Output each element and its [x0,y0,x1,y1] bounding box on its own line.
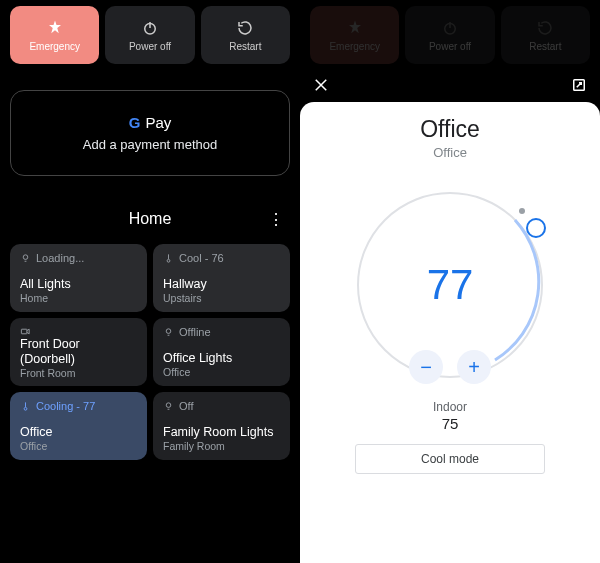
tile-name: All Lights [20,277,137,292]
tile-name: Office [20,425,137,440]
thermostat-sheet: Office Office 77 − + Indoor 75 Cool mode [300,102,600,563]
tile-status: Cooling - 77 [36,400,95,412]
temp-increase-button[interactable]: + [457,350,491,384]
tile-sub: Office [20,440,137,452]
thermometer-icon [163,253,174,264]
tile-name: Hallway [163,277,280,292]
bulb-icon [163,401,174,412]
power-icon [141,19,159,37]
thermostat-detail-panel: Emergency Power off Restart Office Offic… [300,0,600,563]
restart-button-dim: Restart [501,6,590,64]
tile-sub: Family Room [163,440,280,452]
tile-family-room-lights[interactable]: Off Family Room LightsFamily Room [153,392,290,460]
tile-sub: Home [20,292,137,304]
pay-text: Pay [145,114,171,131]
open-external-icon[interactable] [570,76,588,98]
bulb-icon [163,327,174,338]
svg-point-5 [166,328,171,333]
pay-subtitle: Add a payment method [83,137,217,152]
emergency-button-dim: Emergency [310,6,399,64]
svg-rect-4 [21,329,27,334]
svg-point-6 [24,407,27,410]
emergency-label: Emergency [29,41,80,52]
power-row-dim: Emergency Power off Restart [300,0,600,70]
tile-office-thermostat[interactable]: Cooling - 77 OfficeOffice [10,392,147,460]
tile-all-lights[interactable]: Loading... All LightsHome [10,244,147,312]
tile-office-lights[interactable]: Offline Office LightsOffice [153,318,290,386]
emergency-icon [46,19,64,37]
restart-label: Restart [229,41,261,52]
home-header: Home ⋮ [10,210,290,228]
overflow-menu-icon[interactable]: ⋮ [268,210,284,229]
tile-name: Office Lights [163,351,280,366]
tile-sub: Front Room [20,367,137,379]
temp-decrease-button[interactable]: − [409,350,443,384]
tile-sub: Office [163,366,280,378]
tile-status: Loading... [36,252,84,264]
svg-point-2 [23,254,28,259]
power-row: Emergency Power off Restart [10,6,290,64]
thermometer-icon [20,401,31,412]
tile-status: Off [179,400,193,412]
power-off-button[interactable]: Power off [105,6,194,64]
mode-button[interactable]: Cool mode [355,444,545,474]
tile-front-door[interactable]: Front Door (Doorbell)Front Room [10,318,147,386]
camera-icon [20,326,31,337]
thermostat-title: Office [420,116,480,143]
close-icon[interactable] [312,76,330,98]
home-title: Home [129,210,172,228]
restart-button[interactable]: Restart [201,6,290,64]
bulb-icon [20,253,31,264]
svg-point-3 [167,259,170,262]
tile-name: Family Room Lights [163,425,280,440]
tile-name: Front Door (Doorbell) [20,337,137,367]
quick-settings-panel: Emergency Power off Restart G Pay Add a … [0,0,300,563]
tile-status: Offline [179,326,211,338]
emergency-button[interactable]: Emergency [10,6,99,64]
power-off-label: Power off [129,41,171,52]
tile-hallway[interactable]: Cool - 76 HallwayUpstairs [153,244,290,312]
tile-sub: Upstairs [163,292,280,304]
svg-point-8 [445,23,456,34]
temperature-dial[interactable]: 77 − + [345,180,555,390]
indoor-value: 75 [442,415,459,432]
google-pay-logo: G Pay [129,114,172,131]
svg-point-7 [166,402,171,407]
tile-status: Cool - 76 [179,252,224,264]
google-g-icon: G [129,114,141,131]
google-pay-card[interactable]: G Pay Add a payment method [10,90,290,176]
sheet-actions [300,70,600,102]
device-grid: Loading... All LightsHome Cool - 76 Hall… [10,244,290,460]
mode-label: Cool mode [421,452,479,466]
thermostat-subtitle: Office [433,145,467,160]
power-off-button-dim: Power off [405,6,494,64]
restart-icon [236,19,254,37]
indoor-label: Indoor [433,400,467,414]
